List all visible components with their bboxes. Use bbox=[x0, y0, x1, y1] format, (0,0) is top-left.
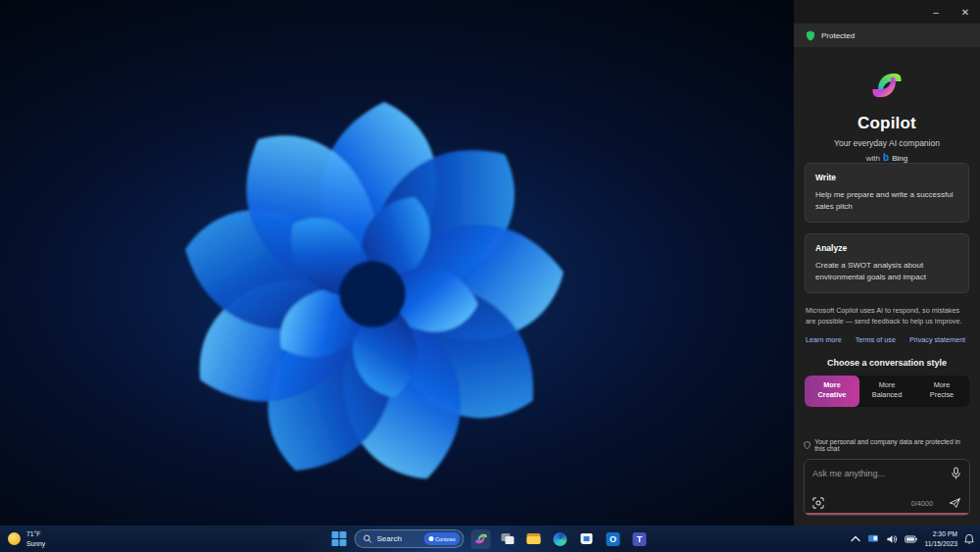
terms-of-use-link[interactable]: Terms of use bbox=[856, 335, 896, 344]
style-line2: Balanced bbox=[859, 390, 914, 401]
search-icon bbox=[364, 534, 372, 543]
copilot-subtitle: Your everyday AI companion bbox=[834, 138, 940, 148]
protected-badge[interactable]: Protected bbox=[794, 24, 980, 47]
search-box[interactable]: Search Contoso bbox=[355, 529, 465, 548]
panel-titlebar: – ✕ bbox=[794, 0, 980, 24]
search-placeholder: Search bbox=[377, 534, 419, 543]
edge-button[interactable] bbox=[551, 529, 570, 549]
outlook-button[interactable]: O bbox=[604, 529, 623, 549]
microsoft-store-icon bbox=[581, 533, 593, 544]
suggestion-card-write[interactable]: Write Help me prepare and write a succes… bbox=[805, 163, 969, 223]
network-icon bbox=[867, 534, 879, 544]
bing-label: Bing bbox=[892, 154, 907, 163]
copilot-title: Copilot bbox=[858, 114, 916, 133]
desktop-screen: – ✕ Protected Cop bbox=[0, 0, 980, 552]
file-explorer-button[interactable] bbox=[524, 529, 544, 549]
copilot-hero: Copilot Your everyday AI companion with … bbox=[794, 47, 980, 163]
style-line1: More bbox=[805, 380, 859, 391]
notification-bell-icon bbox=[964, 533, 974, 544]
conversation-style-toggle: More Creative More Balanced More Precise bbox=[805, 376, 969, 407]
contoso-label: Contoso bbox=[435, 536, 456, 542]
ask-input[interactable] bbox=[812, 469, 945, 478]
notifications-button[interactable] bbox=[964, 533, 974, 544]
minimize-button[interactable]: – bbox=[921, 0, 951, 24]
outlook-icon: O bbox=[607, 532, 620, 546]
microsoft-store-button[interactable] bbox=[577, 529, 597, 549]
start-button[interactable] bbox=[331, 530, 348, 547]
copilot-logo-icon bbox=[868, 67, 906, 104]
copilot-panel: – ✕ Protected Cop bbox=[794, 0, 980, 526]
start-logo-icon bbox=[340, 539, 347, 546]
weather-widget[interactable]: 71°F Sunny bbox=[8, 526, 45, 552]
style-line1: More bbox=[914, 380, 969, 391]
clock-date: 11/15/2023 bbox=[924, 539, 957, 548]
weather-text: 71°F Sunny bbox=[26, 529, 45, 547]
style-more-precise[interactable]: More Precise bbox=[914, 376, 969, 407]
conversation-style-heading: Choose a conversation style bbox=[794, 358, 980, 368]
privacy-note: Your personal and company data are prote… bbox=[804, 438, 970, 452]
microphone-button[interactable] bbox=[951, 467, 961, 479]
card-text: Help me prepare and write a successful s… bbox=[815, 189, 958, 213]
card-text: Create a SWOT analysis about environment… bbox=[815, 260, 958, 283]
start-logo-icon bbox=[331, 539, 338, 546]
battery-button[interactable] bbox=[905, 535, 917, 543]
hidden-icons-button[interactable] bbox=[851, 535, 860, 542]
privacy-statement-link[interactable]: Privacy statement bbox=[909, 335, 965, 344]
style-line1: More bbox=[859, 380, 914, 391]
taskbar-copilot-button[interactable] bbox=[471, 529, 491, 549]
weather-condition: Sunny bbox=[26, 539, 45, 548]
system-tray: 2:30 PM 11/15/2023 bbox=[851, 526, 974, 552]
with-label: with bbox=[866, 154, 880, 163]
task-view-icon bbox=[501, 533, 514, 544]
send-button[interactable] bbox=[949, 497, 961, 509]
weather-temp: 71°F bbox=[26, 529, 45, 538]
copilot-icon bbox=[473, 531, 488, 546]
network-button[interactable] bbox=[867, 534, 879, 544]
clock-time: 2:30 PM bbox=[924, 529, 957, 538]
card-title: Analyze bbox=[815, 243, 958, 253]
learn-more-link[interactable]: Learn more bbox=[806, 335, 842, 344]
visual-search-icon bbox=[812, 497, 824, 509]
microphone-icon bbox=[951, 467, 961, 479]
suggestion-card-analyze[interactable]: Analyze Create a SWOT analysis about env… bbox=[805, 233, 969, 293]
protected-label: Protected bbox=[821, 31, 855, 40]
edge-icon bbox=[554, 532, 567, 546]
teams-button[interactable]: T bbox=[630, 529, 650, 549]
char-counter: 0/4000 bbox=[911, 499, 933, 508]
privacy-note-text: Your personal and company data are prote… bbox=[814, 438, 970, 452]
with-bing-row: with b Bing bbox=[866, 153, 907, 163]
taskbar: 71°F Sunny Search Contoso bbox=[0, 526, 980, 552]
volume-button[interactable] bbox=[886, 534, 898, 544]
close-button[interactable]: ✕ bbox=[951, 0, 980, 24]
contoso-logo-icon bbox=[428, 536, 433, 541]
file-explorer-icon bbox=[527, 533, 541, 544]
teams-icon: T bbox=[633, 532, 647, 546]
send-icon bbox=[949, 497, 961, 509]
shield-icon bbox=[806, 30, 815, 41]
taskbar-center: Search Contoso bbox=[331, 526, 650, 552]
sun-icon bbox=[8, 532, 21, 545]
style-more-creative[interactable]: More Creative bbox=[805, 376, 859, 407]
card-title: Write bbox=[815, 173, 958, 182]
battery-icon bbox=[905, 535, 917, 543]
shield-outline-icon bbox=[804, 440, 810, 450]
start-logo-icon bbox=[331, 531, 338, 538]
task-view-button[interactable] bbox=[498, 529, 517, 549]
chat-input-box[interactable]: 0/4000 bbox=[804, 459, 970, 516]
start-logo-icon bbox=[340, 531, 347, 538]
bing-logo-icon: b bbox=[883, 153, 889, 163]
visual-search-button[interactable] bbox=[812, 497, 824, 509]
style-line2: Creative bbox=[805, 390, 859, 401]
clock-widget[interactable]: 2:30 PM 11/15/2023 bbox=[924, 529, 957, 547]
style-more-balanced[interactable]: More Balanced bbox=[859, 376, 914, 407]
style-line2: Precise bbox=[914, 390, 969, 401]
chat-input-cluster: Your personal and company data are prote… bbox=[794, 438, 980, 526]
ai-disclaimer: Microsoft Copilot uses AI to respond, so… bbox=[806, 306, 968, 327]
legal-links: Learn more Terms of use Privacy statemen… bbox=[806, 335, 968, 344]
chevron-up-icon bbox=[851, 535, 860, 542]
search-highlight-badge[interactable]: Contoso bbox=[423, 532, 461, 545]
volume-icon bbox=[886, 534, 898, 544]
